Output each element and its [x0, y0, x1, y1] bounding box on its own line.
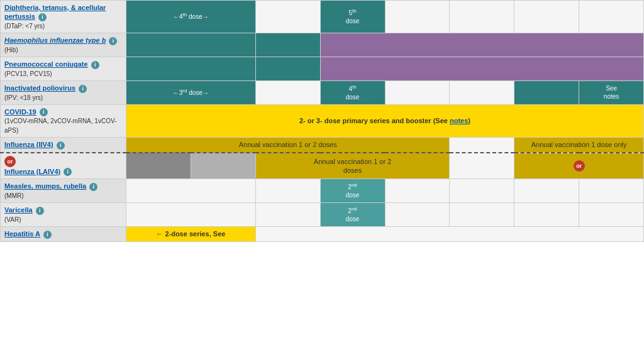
cell-dtap-6 — [579, 1, 644, 33]
cell-hib-1 — [255, 33, 320, 57]
cell-ipv-1 — [255, 80, 320, 104]
vaccine-schedule-table: Diphtheria, tetanus, & acellular pertuss… — [0, 0, 644, 242]
vaccine-link-pcv[interactable]: Pneumococcal conjugate — [4, 60, 88, 68]
cell-pcv-2 — [320, 57, 643, 81]
cell-dtap-2: 5thdose — [320, 1, 385, 33]
vaccine-sub-ipv: (IPV: <18 yrs) — [4, 94, 43, 101]
cell-influenza-iiv4-0: Annual vaccination 1 or 2 doses — [126, 138, 450, 153]
cell-mmr-2: 2nddose — [320, 179, 385, 203]
vaccine-sub-covid: (1vCOV-mRNA, 2vCOV-mRNA, 1vCOV-aPS) — [4, 118, 116, 133]
vaccine-link-covid[interactable]: COVID-19 — [4, 108, 36, 116]
cell-influenza-laiv4-3 — [450, 153, 514, 179]
cell-dtap-1 — [255, 1, 320, 33]
vaccine-name-cell-hib: Haemophilus influenzae type b i(Hib) — [1, 33, 126, 57]
or-badge: or — [4, 156, 16, 167]
vaccine-link-varicella[interactable]: Varicella — [4, 206, 33, 214]
vaccine-sub-hib: (Hib) — [4, 47, 18, 53]
vaccine-sub-dtap: (DTaP: <7 yrs) — [4, 23, 45, 30]
cell-ipv-3 — [385, 80, 450, 104]
cell-dtap-0: ←4th dose→ — [126, 1, 256, 33]
cell-pcv-1 — [255, 57, 320, 81]
cell-pcv-0 — [126, 57, 256, 81]
cell-varicella-2: 2nddose — [320, 203, 385, 227]
cell-dtap-5 — [514, 1, 579, 33]
vaccine-name-cell-influenza-laiv4: orInfluenza (LAIV4) i — [1, 153, 126, 179]
info-icon-hib[interactable]: i — [109, 37, 117, 45]
info-icon-dtap[interactable]: i — [38, 13, 47, 21]
vaccine-link-influenza-iiv4[interactable]: Influenza (IIV4) — [4, 141, 53, 148]
vaccine-name-cell-mmr: Measles, mumps, rubella i(MMR) — [1, 179, 126, 203]
cell-hepa-1 — [255, 227, 643, 242]
info-icon-pcv[interactable]: i — [91, 61, 99, 69]
vaccine-name-cell-varicella: Varicella i(VAR) — [1, 203, 126, 227]
cell-ipv-6: See notes — [579, 80, 644, 104]
vaccine-name-cell-pcv: Pneumococcal conjugate i(PCV13, PCV15) — [1, 57, 126, 81]
cell-influenza-laiv4-1 — [191, 153, 255, 179]
vaccine-name-cell-influenza-iiv4: Influenza (IIV4) i — [1, 138, 126, 153]
cell-mmr-3 — [385, 179, 450, 203]
cell-influenza-laiv4-2: Annual vaccination 1 or 2 doses — [255, 153, 450, 179]
cell-dtap-3 — [385, 1, 450, 33]
info-icon-varicella[interactable]: i — [36, 207, 44, 215]
cell-mmr-1 — [255, 179, 320, 203]
cell-dtap-4 — [450, 1, 514, 33]
cell-mmr-5 — [514, 179, 579, 203]
vaccine-link-influenza-laiv4[interactable]: Influenza (LAIV4) — [4, 168, 60, 175]
vaccine-sub-varicella: (VAR) — [4, 216, 21, 223]
cell-varicella-4 — [450, 203, 514, 227]
info-icon-influenza-iiv4[interactable]: i — [57, 141, 65, 150]
vaccine-link-hepa[interactable]: Hepatitis A — [4, 230, 40, 238]
cell-hepa-0: ← 2-dose series, See — [126, 227, 256, 242]
info-icon-hepa[interactable]: i — [43, 231, 52, 239]
cell-ipv-0: ←3rd dose→ — [126, 80, 256, 104]
cell-varicella-3 — [385, 203, 450, 227]
vaccine-name-cell-hepa: Hepatitis A i — [1, 227, 126, 242]
cell-mmr-6 — [579, 179, 644, 203]
cell-influenza-laiv4-0 — [126, 153, 191, 179]
cell-varicella-0 — [126, 203, 256, 227]
vaccine-link-mmr[interactable]: Measles, mumps, rubella — [4, 182, 86, 190]
vaccine-name-cell-ipv: Inactivated poliovirus i(IPV: <18 yrs) — [1, 80, 126, 104]
vaccine-sub-mmr: (MMR) — [4, 192, 24, 199]
vaccine-link-dtap[interactable]: Diphtheria, tetanus, & acellular pertuss… — [4, 4, 106, 20]
or-badge-influenza: or — [574, 160, 585, 172]
vaccine-sub-pcv: (PCV13, PCV15) — [4, 70, 52, 77]
vaccine-link-ipv[interactable]: Inactivated poliovirus — [4, 84, 75, 92]
cell-ipv-5 — [514, 80, 579, 104]
vaccine-link-hib[interactable]: Haemophilus influenzae type b — [4, 36, 106, 44]
cell-hib-2 — [320, 33, 643, 57]
info-icon-mmr[interactable]: i — [89, 183, 97, 191]
vaccine-name-cell-dtap: Diphtheria, tetanus, & acellular pertuss… — [1, 1, 126, 33]
cell-ipv-4 — [450, 80, 514, 104]
cell-varicella-1 — [255, 203, 320, 227]
info-icon-covid[interactable]: i — [40, 108, 48, 116]
notes-link-covid[interactable]: notes — [450, 117, 468, 124]
cell-ipv-2: 4thdose — [320, 80, 385, 104]
info-icon-ipv[interactable]: i — [79, 85, 87, 93]
cell-covid-0: 2- or 3- dose primary series and booster… — [126, 104, 644, 137]
cell-mmr-0 — [126, 179, 256, 203]
cell-varicella-5 — [514, 203, 579, 227]
cell-hib-0 — [126, 33, 256, 57]
cell-influenza-iiv4-1 — [450, 138, 514, 153]
cell-influenza-laiv4-4: or — [514, 153, 644, 179]
cell-mmr-4 — [450, 179, 514, 203]
vaccine-name-cell-covid: COVID-19 i(1vCOV-mRNA, 2vCOV-mRNA, 1vCOV… — [1, 104, 126, 137]
info-icon-influenza-laiv4[interactable]: i — [64, 168, 72, 176]
cell-influenza-iiv4-2: Annual vaccination 1 dose only — [514, 138, 644, 153]
cell-varicella-6 — [579, 203, 644, 227]
